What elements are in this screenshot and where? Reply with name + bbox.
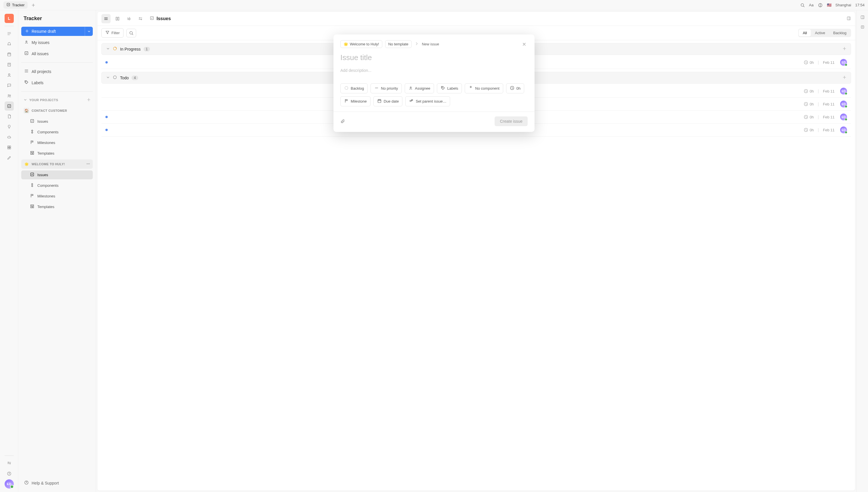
chip-assignee[interactable]: Assignee [405,83,434,93]
svg-point-48 [345,87,348,90]
chip-status[interactable]: Backlog [340,83,368,93]
chip-labels[interactable]: Labels [437,83,462,93]
chip-estimate[interactable]: 0h [506,83,524,93]
modal-backdrop: 🌟 Welcome to Huly! No template New issue… [0,0,868,492]
chevron-right-icon [414,41,419,47]
crumb-project[interactable]: 🌟 Welcome to Huly! [340,40,382,48]
svg-point-50 [442,87,443,88]
star-icon: 🌟 [343,42,348,46]
clock-icon [510,85,514,91]
tag-icon [441,85,445,91]
chip-due-date[interactable]: Due date [374,96,403,106]
modal-close-button[interactable] [521,41,528,48]
create-issue-button[interactable]: Create issue [494,116,528,126]
issue-title-input[interactable] [340,53,528,62]
svg-rect-52 [378,99,381,103]
chip-parent-issue[interactable]: Set parent issue… [405,96,450,106]
parent-icon [409,99,414,104]
svg-point-49 [410,87,411,88]
chip-component[interactable]: No component [465,83,503,93]
crumb-template[interactable]: No template [385,40,412,48]
backlog-icon [344,85,349,91]
user-icon [408,85,413,91]
milestone-icon [344,99,349,104]
chip-priority[interactable]: No priority [371,83,402,93]
issue-description-input[interactable] [340,66,528,75]
crumb-new-issue: New issue [422,42,439,46]
priority-icon [374,85,379,91]
component-icon [468,85,473,91]
new-issue-modal: 🌟 Welcome to Huly! No template New issue… [333,34,535,132]
calendar-icon [377,99,382,104]
attach-button[interactable] [340,119,345,124]
chip-milestone[interactable]: Milestone [340,96,371,106]
